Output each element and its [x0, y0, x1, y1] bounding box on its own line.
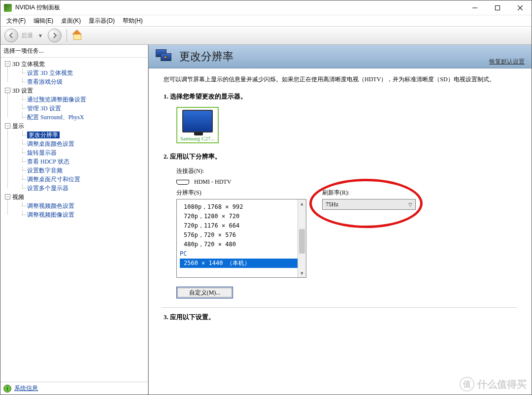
toolbar: 后退 ▼	[0, 26, 532, 45]
titlebar: NVIDIA 控制面板	[0, 0, 532, 15]
tree-cat-3d-settings: 3D 设置	[12, 87, 33, 94]
tree-link-multi-display[interactable]: 设置多个显示器	[27, 185, 68, 192]
sidebar: 选择一项任务... − 3D 立体视觉 设置 3D 立体视觉 查看游戏分级 − …	[0, 45, 148, 395]
scroll-up-icon[interactable]: ▲	[298, 199, 306, 208]
content-divider	[162, 307, 517, 308]
content-header: 更改分辨率 恢复默认设置	[149, 45, 532, 68]
watermark-icon: 值	[460, 377, 474, 392]
tree-link-surround-physx[interactable]: 配置 Surround、PhysX	[27, 114, 84, 121]
tree-link-hdcp-status[interactable]: 查看 HDCP 状态	[27, 158, 69, 165]
menu-edit[interactable]: 编辑(E)	[31, 16, 56, 26]
tree-toggle-3d-stereo[interactable]: −	[5, 61, 10, 66]
tree-link-manage-3d[interactable]: 管理 3D 设置	[27, 105, 61, 112]
res-option[interactable]: 720p，1176 × 664	[184, 221, 298, 230]
tree-link-change-resolution[interactable]: 更改分辨率	[27, 132, 60, 138]
connector-label: 连接器(N):	[176, 167, 517, 175]
back-history-dropdown[interactable]: ▼	[36, 33, 45, 38]
tree-cat-video: 视频	[12, 194, 24, 200]
app-window: NVIDIA 控制面板 文件(F) 编辑(E) 桌面(K) 显示器(D) 帮助(…	[0, 0, 532, 395]
res-option-selected[interactable]: 2560 × 1440 （本机）	[180, 259, 298, 268]
res-category-pc: PC	[180, 249, 298, 259]
step1-label: 1. 选择您希望更改的显示器。	[164, 92, 517, 101]
res-option[interactable]: 1080p，1768 × 992	[184, 202, 298, 212]
hdmi-icon	[176, 180, 189, 185]
content-pane: 更改分辨率 恢复默认设置 您可以调节屏幕上显示的信息量并减少闪烁。如果您正在使用…	[148, 45, 532, 395]
watermark: 值 什么值得买	[460, 377, 527, 392]
res-option[interactable]: 720p，1280 × 720	[184, 212, 298, 221]
menu-desktop[interactable]: 桌面(K)	[58, 16, 84, 26]
watermark-text: 什么值得买	[477, 378, 527, 391]
change-resolution-icon	[156, 49, 173, 64]
tree-link-adjust-image[interactable]: 通过预览调整图像设置	[27, 96, 86, 103]
tree-toggle-video[interactable]: −	[5, 194, 10, 199]
tree-link-view-game-rating[interactable]: 查看游戏分级	[27, 78, 63, 85]
home-icon[interactable]	[72, 30, 84, 41]
back-button[interactable]	[4, 29, 18, 42]
connector-value: HDMI - HDTV	[194, 178, 231, 186]
tree-link-digital-audio[interactable]: 设置数字音频	[27, 167, 63, 174]
listbox-scrollbar[interactable]: ▲ ▼	[298, 199, 306, 277]
step3-label: 3. 应用以下设置。	[164, 313, 517, 322]
restore-defaults-link[interactable]: 恢复默认设置	[489, 58, 525, 66]
sidebar-footer: i 系统信息	[0, 382, 148, 395]
tree-toggle-display[interactable]: −	[5, 123, 10, 129]
tree-link-set-3d-stereo[interactable]: 设置 3D 立体视觉	[27, 69, 73, 76]
maximize-button[interactable]	[486, 0, 509, 15]
monitor-name: Samsung C27...	[180, 135, 215, 141]
tree-link-video-image[interactable]: 调整视频图像设置	[27, 211, 74, 218]
minimize-button[interactable]	[464, 0, 486, 15]
menu-file[interactable]: 文件(F)	[3, 16, 29, 26]
back-label: 后退	[21, 32, 33, 40]
system-info-link[interactable]: 系统信息	[14, 384, 38, 393]
main-split: 选择一项任务... − 3D 立体视觉 设置 3D 立体视觉 查看游戏分级 − …	[0, 45, 532, 395]
menu-help[interactable]: 帮助(H)	[120, 16, 146, 26]
monitor-icon	[182, 110, 213, 132]
step2-label: 2. 应用以下分辨率。	[164, 152, 517, 161]
tree-toggle-3d-settings[interactable]: −	[5, 88, 10, 93]
window-title: NVIDIA 控制面板	[15, 3, 60, 12]
window-controls	[464, 0, 532, 15]
task-tree: − 3D 立体视觉 设置 3D 立体视觉 查看游戏分级 − 3D 设置 通过预览…	[0, 58, 148, 382]
page-title: 更改分辨率	[179, 49, 233, 64]
res-option[interactable]: 480p，720 × 480	[184, 240, 298, 249]
close-button[interactable]	[509, 0, 532, 15]
menu-display[interactable]: 显示器(D)	[86, 16, 118, 26]
res-option[interactable]: 576p，720 × 576	[184, 230, 298, 240]
tree-link-video-color[interactable]: 调整视频颜色设置	[27, 202, 74, 209]
toolbar-separator	[66, 29, 67, 42]
resolution-listbox[interactable]: 1080p，1768 × 992 720p，1280 × 720 720p，11…	[176, 199, 306, 278]
scroll-thumb[interactable]	[299, 229, 305, 254]
refresh-rate-label: 刷新率(R):	[322, 189, 421, 197]
tree-link-adjust-size-pos[interactable]: 调整桌面尺寸和位置	[27, 176, 80, 183]
tree-cat-3d-stereo: 3D 立体视觉	[12, 61, 45, 67]
sidebar-header: 选择一项任务...	[0, 45, 148, 58]
forward-button[interactable]	[48, 29, 62, 42]
customize-button[interactable]: 自定义(M)...	[176, 287, 233, 298]
svg-rect-1	[496, 5, 500, 10]
system-info-icon: i	[3, 385, 11, 393]
tree-link-adjust-color[interactable]: 调整桌面颜色设置	[27, 140, 74, 147]
monitor-selector[interactable]: Samsung C27...	[176, 107, 219, 143]
tree-link-rotate-display[interactable]: 旋转显示器	[27, 149, 57, 156]
resolution-label: 分辨率(S)	[176, 189, 306, 197]
menubar: 文件(F) 编辑(E) 桌面(K) 显示器(D) 帮助(H)	[0, 15, 532, 26]
page-description: 您可以调节屏幕上显示的信息量并减少闪烁。如果您正在使用高清晰度电视（HDTV），…	[164, 75, 517, 83]
chevron-down-icon: ▽	[408, 202, 412, 207]
nvidia-app-icon	[4, 4, 12, 12]
tree-cat-display: 显示	[12, 123, 24, 130]
content-body: 您可以调节屏幕上显示的信息量并减少闪烁。如果您正在使用高清晰度电视（HDTV），…	[149, 68, 532, 395]
refresh-rate-combobox[interactable]: 75Hz ▽	[322, 199, 416, 210]
refresh-rate-value: 75Hz	[326, 201, 338, 208]
scroll-down-icon[interactable]: ▼	[298, 269, 306, 277]
